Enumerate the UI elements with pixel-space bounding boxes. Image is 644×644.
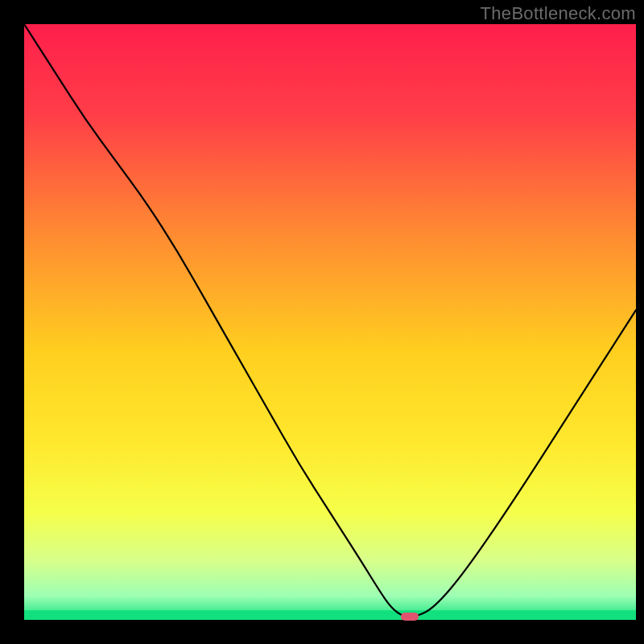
gradient-background — [24, 24, 636, 620]
optimal-marker — [401, 613, 419, 621]
chart-svg — [24, 24, 636, 620]
watermark-text: TheBottleneck.com — [481, 3, 636, 24]
plot-area — [24, 24, 636, 620]
bottom-green-bar — [24, 610, 636, 620]
chart-stage: TheBottleneck.com — [0, 0, 644, 644]
